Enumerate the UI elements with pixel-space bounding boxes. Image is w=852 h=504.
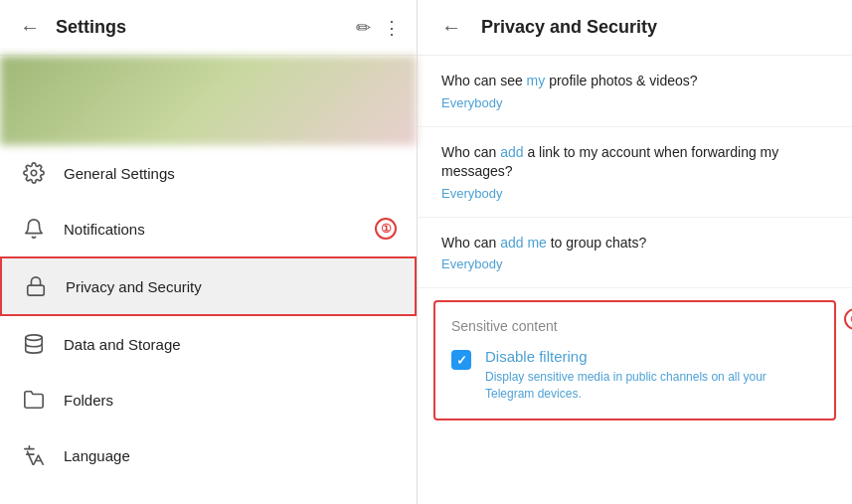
folders-label: Folders xyxy=(64,392,397,409)
sensitive-text: Disable filtering Display sensitive medi… xyxy=(485,348,818,403)
left-panel: ← Settings ✏ ⋮ General Settings xyxy=(0,0,418,504)
privacy-question-2: Who can add a link to my account when fo… xyxy=(441,143,828,182)
disable-filtering-desc: Display sensitive media in public channe… xyxy=(485,369,818,403)
privacy-answer-2: Everybody xyxy=(441,186,828,201)
left-header: ← Settings ✏ ⋮ xyxy=(0,0,417,56)
privacy-question-3: Who can add me to group chats? xyxy=(441,234,828,253)
right-back-button[interactable]: ← xyxy=(437,12,465,43)
data-storage-label: Data and Storage xyxy=(64,336,397,353)
sensitive-content-section: Sensitive content Disable filtering Disp… xyxy=(433,300,836,420)
gear-icon xyxy=(20,159,48,187)
disable-filtering-checkbox[interactable] xyxy=(451,350,471,370)
privacy-answer-3: Everybody xyxy=(441,256,828,271)
general-settings-label: General Settings xyxy=(64,165,397,182)
sidebar-item-privacy[interactable]: Privacy and Security xyxy=(0,256,417,316)
privacy-item-groups[interactable]: Who can add me to group chats? Everybody xyxy=(418,218,852,289)
privacy-item-photos[interactable]: Who can see my profile photos & videos? … xyxy=(418,56,852,127)
disable-filtering-label: Disable filtering xyxy=(485,348,818,365)
svg-point-2 xyxy=(26,335,43,341)
database-icon xyxy=(20,330,48,358)
settings-title: Settings xyxy=(56,17,356,38)
notifications-label: Notifications xyxy=(64,221,375,238)
edit-icon[interactable]: ✏ xyxy=(356,17,371,39)
language-label: Language xyxy=(64,447,397,464)
lock-icon xyxy=(22,272,50,300)
privacy-label: Privacy and Security xyxy=(66,278,395,295)
sidebar-item-general[interactable]: General Settings xyxy=(0,145,417,201)
translate-icon xyxy=(20,441,48,469)
header-icons: ✏ ⋮ xyxy=(356,17,401,39)
sidebar-item-data[interactable]: Data and Storage xyxy=(0,316,417,372)
bell-icon xyxy=(20,215,48,243)
back-button[interactable]: ← xyxy=(16,12,44,43)
sidebar-item-language[interactable]: Language xyxy=(0,427,417,483)
right-panel: ← Privacy and Security Who can see my pr… xyxy=(418,0,852,504)
profile-banner xyxy=(0,56,417,145)
svg-rect-1 xyxy=(28,285,45,295)
right-title: Privacy and Security xyxy=(481,17,657,38)
folder-icon xyxy=(20,386,48,414)
sidebar-item-folders[interactable]: Folders xyxy=(0,372,417,427)
svg-point-0 xyxy=(31,170,37,176)
privacy-question-1: Who can see my profile photos & videos? xyxy=(441,72,828,91)
notifications-badge: ① xyxy=(375,218,397,240)
privacy-answer-1: Everybody xyxy=(441,95,828,110)
right-content: Who can see my profile photos & videos? … xyxy=(418,56,852,504)
sensitive-badge: ② xyxy=(844,308,852,330)
sensitive-section-title: Sensitive content xyxy=(451,318,818,334)
privacy-item-link[interactable]: Who can add a link to my account when fo… xyxy=(418,127,852,218)
sensitive-item: Disable filtering Display sensitive medi… xyxy=(451,348,818,403)
right-header: ← Privacy and Security xyxy=(418,0,852,56)
settings-menu: General Settings Notifications ① Privacy… xyxy=(0,145,417,504)
more-icon[interactable]: ⋮ xyxy=(383,17,401,39)
sidebar-item-notifications[interactable]: Notifications ① xyxy=(0,201,417,256)
